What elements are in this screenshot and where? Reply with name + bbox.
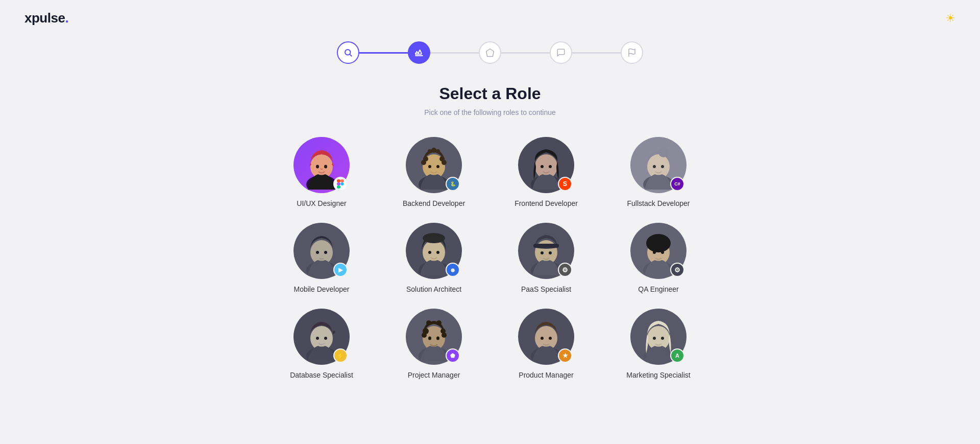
connector-2	[430, 52, 479, 54]
svg-line-1	[350, 54, 351, 56]
badge-figma	[333, 177, 348, 191]
svg-point-76	[428, 336, 431, 340]
connector-1	[359, 52, 408, 54]
role-avatar-product: ★	[518, 309, 574, 365]
role-card-project[interactable]: ⬟ Project Manager	[390, 309, 477, 379]
svg-point-48	[436, 251, 439, 254]
svg-point-8	[316, 165, 319, 168]
role-avatar-mobile: ▶	[293, 223, 350, 279]
badge-paas: ⚙	[558, 263, 572, 277]
svg-rect-53	[533, 244, 559, 248]
role-card-fullstack[interactable]: C# Fullstack Developer	[615, 137, 702, 207]
svg-point-23	[436, 149, 440, 153]
svg-point-54	[541, 251, 544, 254]
svg-point-87	[661, 337, 664, 340]
connector-4	[572, 52, 621, 54]
svg-point-66	[324, 337, 327, 340]
svg-point-81	[541, 337, 544, 340]
svg-point-24	[431, 148, 436, 153]
role-avatar-database: ⚡	[293, 309, 350, 365]
step-5-circle[interactable]	[621, 41, 643, 64]
badge-svelte: S	[558, 177, 572, 191]
svg-point-65	[316, 337, 319, 340]
role-avatar-qa: ⚙	[630, 223, 687, 279]
svg-point-82	[549, 337, 552, 340]
badge-marketing: A	[670, 348, 684, 363]
role-avatar-uiux	[293, 137, 350, 193]
main-content: Select a Role Pick one of the following …	[0, 84, 980, 379]
svg-rect-12	[337, 182, 340, 185]
role-avatar-paas: ⚙	[518, 223, 574, 279]
role-card-qa[interactable]: ⚙ QA Engineer	[615, 223, 702, 293]
svg-point-60	[653, 251, 656, 254]
svg-point-74	[426, 320, 431, 325]
step-4-circle[interactable]	[550, 41, 572, 64]
role-label-qa: QA Engineer	[638, 285, 678, 293]
role-avatar-fullstack: C#	[630, 137, 687, 193]
svg-point-31	[549, 165, 552, 168]
svg-point-22	[428, 149, 432, 153]
role-label-solution: Solution Architect	[406, 285, 461, 293]
svg-point-73	[442, 333, 447, 338]
role-avatar-marketing: A	[630, 309, 687, 365]
svg-point-41	[316, 251, 319, 254]
svg-point-47	[428, 251, 431, 254]
step-3-circle[interactable]	[479, 41, 501, 64]
badge-project: ⬟	[446, 348, 460, 363]
page-title: Select a Role	[439, 84, 541, 103]
progress-steps	[337, 41, 643, 64]
theme-toggle-icon[interactable]: ☀	[945, 12, 955, 25]
role-card-database[interactable]: ⚡ Database Specialist	[278, 309, 365, 379]
roles-grid: UI/UX Designer	[278, 137, 702, 379]
svg-point-35	[658, 147, 669, 157]
role-label-mobile: Mobile Developer	[294, 285, 350, 293]
svg-point-75	[436, 320, 442, 325]
connector-3	[501, 52, 550, 54]
role-card-product[interactable]: ★ Product Manager	[503, 309, 590, 379]
role-label-paas: PaaS Specialist	[521, 285, 571, 293]
role-card-mobile[interactable]: ▶ Mobile Developer	[278, 223, 365, 293]
svg-point-9	[324, 165, 327, 168]
badge-database: ⚡	[333, 348, 348, 363]
svg-rect-14	[337, 185, 340, 189]
role-label-project: Project Manager	[408, 371, 460, 379]
svg-point-59	[646, 234, 671, 252]
badge-python: 🐍	[446, 177, 460, 191]
role-label-marketing: Marketing Specialist	[626, 371, 690, 379]
svg-point-61	[661, 251, 664, 254]
role-card-solution[interactable]: ⎈ Solution Architect	[390, 223, 477, 293]
role-avatar-frontend: S	[518, 137, 574, 193]
step-1-circle[interactable]	[337, 41, 359, 64]
page-subtitle: Pick one of the following roles to conti…	[424, 108, 556, 116]
role-label-product: Product Manager	[519, 371, 573, 379]
svg-rect-10	[337, 179, 340, 182]
role-card-paas[interactable]: ⚙ PaaS Specialist	[503, 223, 590, 293]
svg-point-19	[421, 160, 426, 165]
svg-point-26	[436, 165, 439, 168]
role-avatar-solution: ⎈	[406, 223, 462, 279]
svg-rect-11	[340, 179, 344, 182]
role-label-uiux: UI/UX Designer	[297, 199, 346, 207]
svg-point-71	[422, 333, 427, 338]
role-label-backend: Backend Developer	[403, 199, 465, 207]
role-card-marketing[interactable]: A Marketing Specialist	[615, 309, 702, 379]
svg-point-36	[653, 165, 656, 168]
role-card-uiux[interactable]: UI/UX Designer	[278, 137, 365, 207]
role-label-database: Database Specialist	[290, 371, 353, 379]
svg-point-13	[341, 182, 344, 185]
step-2-circle[interactable]	[408, 41, 430, 64]
role-avatar-project: ⬟	[406, 309, 462, 365]
badge-product: ★	[558, 348, 572, 363]
role-card-backend[interactable]: 🐍 Backend Developer	[390, 137, 477, 207]
role-card-frontend[interactable]: S Frontend Developer	[503, 137, 590, 207]
role-label-fullstack: Fullstack Developer	[627, 199, 690, 207]
badge-kubernetes: ⎈	[446, 263, 460, 277]
svg-point-37	[661, 165, 664, 168]
svg-point-30	[541, 165, 544, 168]
svg-point-42	[324, 251, 327, 254]
svg-marker-3	[486, 49, 494, 57]
badge-flutter: ▶	[333, 263, 348, 277]
svg-point-21	[442, 160, 447, 165]
badge-qa: ⚙	[670, 263, 684, 277]
badge-csharp: C#	[670, 177, 684, 191]
